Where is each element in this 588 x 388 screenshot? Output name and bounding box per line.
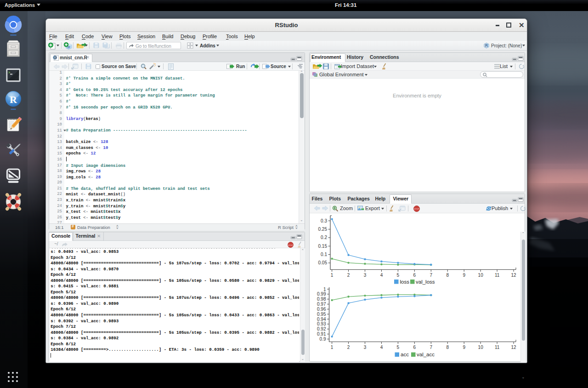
svg-text:1: 1 [331, 345, 334, 350]
svg-text:0.98: 0.98 [317, 297, 326, 302]
svg-text:0.2: 0.2 [321, 235, 327, 240]
svg-text:10: 10 [478, 345, 484, 350]
svg-text:acc: acc [401, 352, 409, 357]
svg-text:0.91: 0.91 [317, 331, 326, 337]
svg-text:7: 7 [430, 273, 433, 278]
svg-text:8: 8 [446, 345, 449, 350]
svg-text:6: 6 [413, 273, 416, 278]
svg-text:1: 1 [331, 273, 334, 278]
svg-text:R: R [54, 56, 56, 59]
svg-text:6: 6 [413, 345, 416, 350]
svg-text:3: 3 [364, 273, 367, 278]
svg-text:2: 2 [347, 273, 350, 278]
svg-text:8: 8 [446, 273, 449, 278]
svg-text:0.15: 0.15 [318, 244, 328, 249]
svg-text:R: R [10, 94, 17, 105]
svg-text:0.95: 0.95 [317, 312, 326, 317]
svg-text:4: 4 [380, 345, 383, 350]
svg-text:0.25: 0.25 [318, 227, 328, 232]
svg-text:0.3: 0.3 [321, 218, 327, 223]
svg-text:STOP: STOP [288, 244, 294, 246]
svg-text:0.1: 0.1 [321, 252, 327, 257]
svg-text:5: 5 [397, 345, 400, 350]
svg-text:3: 3 [364, 345, 367, 350]
svg-text:12: 12 [511, 273, 516, 278]
svg-text:0.9: 0.9 [320, 337, 326, 342]
svg-text:7: 7 [430, 345, 433, 350]
svg-text:1: 1 [323, 287, 326, 292]
svg-text:0.97: 0.97 [317, 302, 326, 307]
svg-text:9: 9 [463, 273, 465, 278]
svg-text:10: 10 [478, 273, 484, 278]
svg-text:0.99: 0.99 [317, 291, 326, 297]
svg-text:4: 4 [380, 273, 383, 278]
svg-text:2: 2 [347, 345, 350, 350]
svg-text:0.94: 0.94 [317, 317, 326, 322]
svg-text:val_loss: val_loss [416, 279, 435, 285]
svg-text:val_acc: val_acc [417, 352, 435, 357]
svg-text:11: 11 [495, 345, 500, 350]
svg-text:11: 11 [495, 273, 500, 278]
svg-text:0.92: 0.92 [317, 326, 326, 331]
svg-text:0.96: 0.96 [317, 307, 326, 312]
svg-text:R: R [485, 43, 488, 48]
svg-text:loss: loss [400, 279, 410, 285]
svg-text:12: 12 [511, 345, 516, 350]
svg-text:STOP: STOP [414, 208, 419, 210]
svg-text:0.93: 0.93 [317, 321, 326, 326]
svg-text:>: > [8, 71, 10, 74]
svg-text:0.05: 0.05 [318, 260, 328, 265]
svg-text:9: 9 [463, 345, 465, 350]
svg-text:5: 5 [397, 273, 400, 278]
